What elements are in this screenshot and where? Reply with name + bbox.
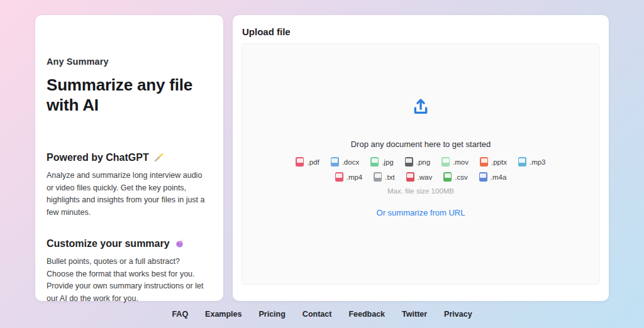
file-extension-label: .mp3 bbox=[530, 158, 546, 166]
max-file-size-note: Max. file size 100MB bbox=[387, 187, 454, 195]
file-type-chip: .pptx bbox=[480, 157, 507, 167]
footer-link[interactable]: Feedback bbox=[348, 310, 385, 319]
file-type-chip: .m4a bbox=[479, 172, 507, 182]
section-heading: Customize your summary bbox=[47, 238, 170, 249]
footer-link[interactable]: FAQ bbox=[172, 310, 188, 319]
file-type-chip: .png bbox=[405, 157, 430, 167]
section-customize-summary: Customize your summary Bullet points, qu… bbox=[47, 238, 209, 305]
file-icon bbox=[335, 172, 343, 182]
file-icon bbox=[479, 172, 487, 182]
section-powered-by-chatgpt: Powered by ChatGPT Analyze and summarize… bbox=[47, 152, 209, 219]
footer-nav: FAQ Examples Pricing Contact Feedback Tw… bbox=[0, 310, 644, 319]
file-type-chip: .mov bbox=[441, 157, 469, 167]
footer-link[interactable]: Privacy bbox=[444, 310, 472, 319]
file-icon bbox=[405, 157, 413, 167]
file-extension-label: .docx bbox=[342, 158, 360, 166]
section-body: Analyze and summarize long interview aud… bbox=[47, 170, 205, 219]
file-type-chip: .pdf bbox=[296, 157, 319, 167]
file-extension-label: .jpg bbox=[382, 158, 394, 166]
file-icon bbox=[296, 157, 304, 167]
intro-card: Any Summary Summarize any file with AI P… bbox=[35, 15, 223, 301]
file-type-chip: .txt bbox=[374, 172, 394, 182]
upload-icon bbox=[411, 97, 431, 117]
file-type-row-1: .pdf .docx .jpg .png bbox=[296, 157, 545, 167]
file-type-chip: .jpg bbox=[370, 157, 394, 167]
file-icon bbox=[406, 172, 414, 182]
file-extension-label: .mov bbox=[453, 158, 469, 166]
file-icon bbox=[441, 157, 450, 167]
file-type-chip: .docx bbox=[331, 157, 360, 167]
file-type-chip: .mp3 bbox=[518, 157, 546, 167]
file-extension-label: .mp4 bbox=[347, 173, 363, 181]
file-dropzone[interactable]: Drop any document here to get started .p… bbox=[242, 43, 600, 285]
magic-wand-icon bbox=[153, 152, 164, 163]
hero-title: Summarize any file with AI bbox=[47, 75, 209, 116]
app-title: Any Summary bbox=[47, 57, 209, 67]
file-icon bbox=[518, 157, 526, 167]
file-type-chip: .csv bbox=[443, 172, 467, 182]
summarize-from-url-link[interactable]: Or summarize from URL bbox=[377, 208, 465, 217]
dropzone-instruction: Drop any document here to get started bbox=[351, 139, 491, 149]
file-extension-label: .txt bbox=[385, 173, 394, 181]
footer-link[interactable]: Examples bbox=[205, 310, 242, 319]
file-icon bbox=[480, 157, 488, 167]
file-icon bbox=[370, 157, 379, 167]
file-icon bbox=[443, 172, 452, 182]
file-icon bbox=[374, 172, 382, 182]
footer-link[interactable]: Pricing bbox=[258, 310, 285, 319]
file-extension-label: .pdf bbox=[307, 158, 319, 166]
file-type-chip: .mp4 bbox=[335, 172, 363, 182]
file-extension-label: .pptx bbox=[491, 158, 507, 166]
upload-card: Upload file Drop any document here to ge… bbox=[233, 15, 609, 301]
file-extension-label: .csv bbox=[455, 173, 467, 181]
file-extension-label: .png bbox=[416, 158, 430, 166]
file-type-row-2: .mp4 .txt .wav .csv bbox=[335, 172, 507, 182]
unicorn-icon bbox=[174, 238, 185, 249]
section-body: Bullet points, quotes or a full abstract… bbox=[47, 256, 205, 305]
file-type-chip: .wav bbox=[406, 172, 433, 182]
file-extension-label: .m4a bbox=[491, 173, 507, 181]
footer-link[interactable]: Twitter bbox=[402, 310, 427, 319]
file-icon bbox=[331, 157, 339, 167]
file-extension-label: .wav bbox=[418, 173, 433, 181]
footer-link[interactable]: Contact bbox=[303, 310, 332, 319]
section-heading: Powered by ChatGPT bbox=[47, 152, 149, 163]
upload-panel-title: Upload file bbox=[242, 26, 600, 37]
